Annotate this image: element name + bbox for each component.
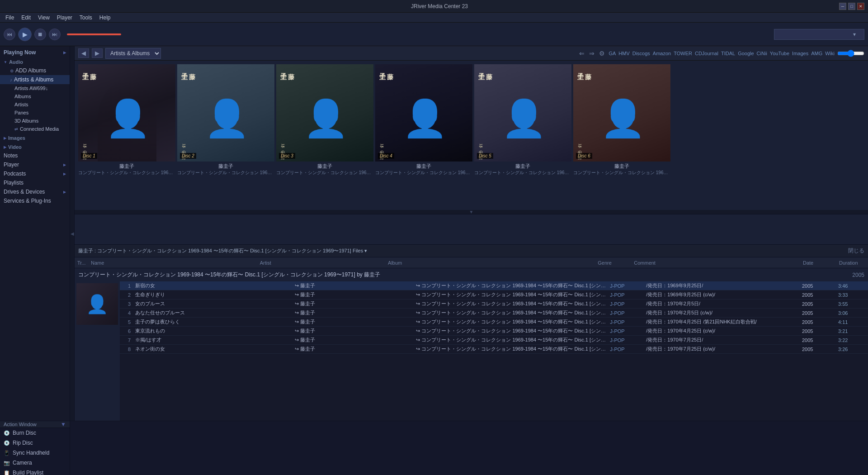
- ext-ga[interactable]: GA: [609, 51, 616, 56]
- nav-icon-left[interactable]: ⇐: [578, 50, 585, 57]
- nav-forward-button[interactable]: ▶: [92, 48, 103, 58]
- col-header-artist[interactable]: Artist: [257, 260, 385, 266]
- album-card-5[interactable]: 👤 藤圭子 〜15年の輝石〜 Disc 5 藤圭子 コンプリート・シングル・コレ…: [474, 64, 571, 176]
- ext-amazon[interactable]: Amazon: [653, 51, 671, 56]
- file-cell-duration-2: 3:55: [836, 301, 868, 307]
- menu-help[interactable]: Help: [96, 14, 114, 22]
- sidebar-collapse-handle[interactable]: ◀: [70, 46, 75, 421]
- col-header-genre[interactable]: Genre: [595, 260, 631, 266]
- col-header-duration[interactable]: Duration: [836, 260, 868, 266]
- ext-amg[interactable]: AMG: [811, 51, 822, 56]
- nav-back-button[interactable]: ◀: [78, 48, 89, 58]
- album-card-4[interactable]: 👤 藤圭子 〜15年の輝石〜 Disc 4 藤圭子 コンプリート・シングル・コレ…: [375, 64, 472, 176]
- menu-player[interactable]: Player: [53, 14, 76, 22]
- sidebar-item-notes[interactable]: Notes: [0, 151, 70, 160]
- album-card-3[interactable]: 👤 藤圭子 〜15年の輝石〜 Disc 3 藤圭子 コンプリート・シングル・コレ…: [276, 64, 373, 176]
- action-sync-handheld[interactable]: 📱 Sync Handheld: [0, 448, 70, 458]
- disc-badge-6: Disc 6: [576, 153, 592, 159]
- ext-images[interactable]: Images: [792, 51, 808, 56]
- sidebar: Playing Now ▶ ▼ Audio ⊕ ADD Albums ♪ Art…: [0, 46, 70, 421]
- ext-cinii[interactable]: CiNii: [757, 51, 767, 56]
- sidebar-item-add-albums[interactable]: ⊕ ADD Albums: [0, 66, 70, 75]
- panel-collapse-handle[interactable]: ▼: [75, 210, 868, 214]
- ext-wiki[interactable]: Wiki: [825, 51, 835, 56]
- search-dropdown[interactable]: ▾: [851, 31, 858, 38]
- col-header-date[interactable]: Date: [800, 260, 836, 266]
- file-cell-genre-4: J-POP: [608, 319, 644, 325]
- sidebar-item-artists[interactable]: Artists: [0, 100, 70, 109]
- close-button[interactable]: ✕: [857, 3, 864, 10]
- file-row-3[interactable]: 3 女のブルース ↪ 藤圭子 ↪ コンプリート・シングル・コレクション 1969…: [120, 299, 868, 309]
- menu-view[interactable]: View: [34, 14, 53, 22]
- action-camera[interactable]: 📷 Camera: [0, 458, 70, 468]
- col-header-comment[interactable]: Comment: [631, 260, 800, 266]
- file-row-2[interactable]: 2 生命ぎりぎり ↪ 藤圭子 ↪ コンプリート・シングル・コレクション 1969…: [120, 290, 868, 299]
- album-card-1[interactable]: 👤 藤圭子 〜15年の輝石〜 Disc 1 藤圭子 コンプリート・シングル・コレ…: [78, 64, 175, 176]
- play-button[interactable]: ▶: [18, 28, 32, 41]
- files-panel-title[interactable]: 藤圭子 : コンプリート・シングル・コレクション 1969-1984 〜15年の…: [78, 247, 845, 254]
- menu-edit[interactable]: Edit: [18, 14, 34, 22]
- file-row-6[interactable]: 6 東京流れもの ↪ 藤圭子 ↪ コンプリート・シングル・コレクション 1969…: [120, 327, 868, 336]
- sidebar-item-3d-albums[interactable]: 3D Albums: [0, 117, 70, 125]
- file-cell-album-7: ↪ コンプリート・シングル・コレクション 1969-1984 〜15年の輝石〜 …: [410, 346, 608, 352]
- action-window-toggle[interactable]: ▼: [61, 421, 66, 428]
- files-panel-close[interactable]: 閉じる: [848, 247, 864, 255]
- ext-cdjournal[interactable]: CDJournal: [695, 51, 718, 56]
- sidebar-item-playlists[interactable]: Playlists: [0, 178, 70, 187]
- search-input[interactable]: [774, 32, 851, 37]
- menu-file[interactable]: File: [2, 14, 18, 22]
- action-build-playlist[interactable]: 📋 Build Playlist: [0, 468, 70, 475]
- ext-tidal[interactable]: TIDAL: [721, 51, 735, 56]
- sidebar-item-panes[interactable]: Panes: [0, 109, 70, 117]
- minimize-button[interactable]: ─: [839, 3, 846, 10]
- album-card-6[interactable]: 👤 藤圭子 〜15年の輝石〜 Disc 6 藤圭子 コンプリート・シングル・コレ…: [573, 64, 670, 176]
- sidebar-item-drives[interactable]: Drives & Devices ▶: [0, 187, 70, 196]
- prev-button[interactable]: ⏮: [4, 28, 15, 40]
- sidebar-item-connected-media[interactable]: ⇄ Connected Media: [0, 125, 70, 133]
- sidebar-item-playing-now[interactable]: Playing Now ▶: [0, 48, 70, 57]
- sidebar-item-podcasts[interactable]: Podcasts ▶: [0, 169, 70, 178]
- sidebar-item-albums[interactable]: Albums: [0, 92, 70, 100]
- ext-youtube[interactable]: YouTube: [770, 51, 789, 56]
- action-rip-disc[interactable]: 💿 Rip Disc: [0, 438, 70, 448]
- files-album-art: 👤: [76, 283, 118, 325]
- breadcrumb-select[interactable]: Artists & Albums: [105, 48, 161, 59]
- nav-icon-right[interactable]: ⇒: [588, 50, 595, 57]
- sidebar-video-header[interactable]: ▶ Video: [0, 142, 70, 151]
- maximize-button[interactable]: □: [848, 3, 855, 10]
- col-header-name[interactable]: Name: [88, 260, 257, 266]
- file-row-4[interactable]: 4 あなた任せのブルース ↪ 藤圭子 ↪ コンプリート・シングル・コレクション …: [120, 309, 868, 318]
- file-cell-date-7: 2005: [800, 347, 836, 352]
- ext-tower[interactable]: TOWER: [674, 51, 692, 56]
- progress-bar[interactable]: [67, 33, 121, 35]
- file-cell-genre-6: J-POP: [608, 337, 644, 343]
- file-row-8[interactable]: 8 ネオン街の女 ↪ 藤圭子 ↪ コンプリート・シングル・コレクション 1969…: [120, 345, 868, 354]
- menu-tools[interactable]: Tools: [76, 14, 96, 22]
- album-card-2[interactable]: 👤 藤圭子 〜15年の輝石〜 Disc 2 藤圭子 コンプリート・シングル・コレ…: [177, 64, 274, 176]
- file-row-7[interactable]: 7 ※掲/はす才 ↪ 藤圭子 ↪ コンプリート・シングル・コレクション 1969…: [120, 336, 868, 345]
- file-row-1[interactable]: 1 新宿の女 ↪ 藤圭子 ↪ コンプリート・シングル・コレクション 1969-1…: [120, 281, 868, 290]
- stop-button[interactable]: ⏹: [34, 28, 46, 40]
- ext-discogs[interactable]: Discogs: [632, 51, 650, 56]
- playing-now-arrow: ▶: [63, 51, 66, 55]
- sidebar-item-artists-albums[interactable]: ♪ Artists & Albums: [0, 75, 70, 84]
- zoom-slider[interactable]: [837, 50, 864, 57]
- file-row-5[interactable]: 5 圭子の夢は夜ひらく ↪ 藤圭子 ↪ コンプリート・シングル・コレクション 1…: [120, 318, 868, 327]
- sidebar-item-services[interactable]: Services & Plug-Ins: [0, 196, 70, 205]
- files-table-header: Tr... Name Artist Album Genre Comment Da…: [75, 257, 868, 268]
- album-artist-4: 藤圭子: [375, 163, 472, 170]
- next-button[interactable]: ⏭: [49, 28, 61, 40]
- file-cell-genre-1: J-POP: [608, 292, 644, 298]
- window-controls[interactable]: ─ □ ✕: [839, 3, 864, 10]
- col-header-album[interactable]: Album: [385, 260, 595, 266]
- nav-settings[interactable]: ⚙: [598, 50, 606, 57]
- ext-google[interactable]: Google: [738, 51, 754, 56]
- sidebar-images-header[interactable]: ▶ Images: [0, 133, 70, 142]
- sidebar-item-player[interactable]: Player ▶: [0, 160, 70, 169]
- ext-hmv[interactable]: HMV: [618, 51, 629, 56]
- titlebar: JRiver Media Center 23 ─ □ ✕: [0, 0, 868, 13]
- action-burn-disc[interactable]: 💿 Burn Disc: [0, 428, 70, 438]
- sidebar-item-artists-aw[interactable]: Artists AW699↓: [0, 84, 70, 92]
- file-cell-artist-4: ↪ 藤圭子: [289, 318, 411, 325]
- sidebar-audio-header[interactable]: ▼ Audio: [0, 57, 70, 66]
